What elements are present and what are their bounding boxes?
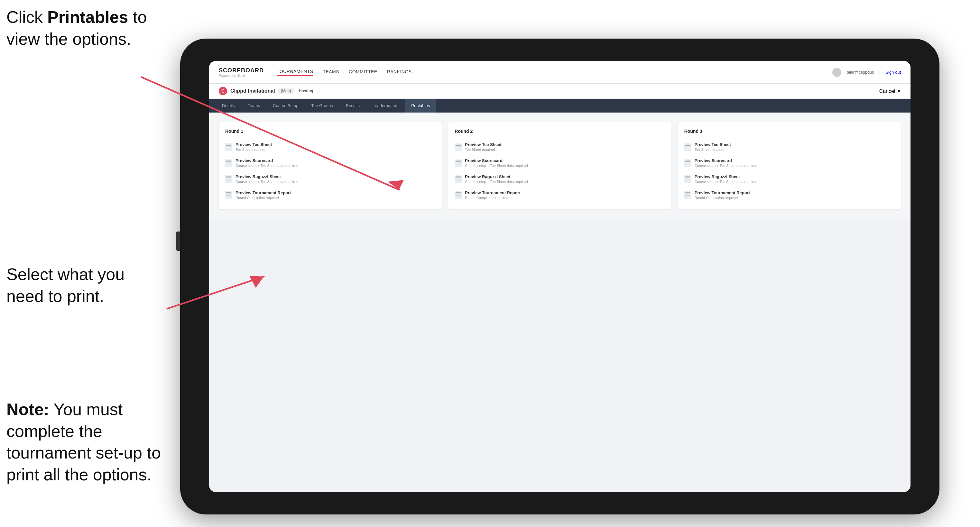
r1-raguzzi-title: Preview Raguzzi Sheet: [235, 174, 298, 179]
r2-tee-sheet-icon: [455, 143, 462, 151]
r3-tee-sheet[interactable]: Preview Tee Sheet Tee Sheet required: [684, 139, 894, 155]
round-2-title: Round 2: [455, 129, 665, 134]
r3-scorecard-sub: Course setup + Tee Sheet data required: [695, 163, 757, 168]
r3-scorecard-title: Preview Scorecard: [695, 158, 757, 163]
tablet-side-button: [176, 232, 180, 251]
r2-raguzzi-sub: Course setup + Tee Sheet data required: [465, 180, 528, 184]
r3-tournament-report-icon: [684, 191, 691, 199]
user-avatar: [832, 68, 842, 77]
r1-raguzzi[interactable]: Preview Raguzzi Sheet Course setup + Tee…: [225, 171, 435, 187]
r2-tournament-report-title: Preview Tournament Report: [465, 190, 520, 195]
cancel-button[interactable]: Cancel ✕: [879, 88, 901, 94]
tournament-name: C Clippd Invitational (Men) Hosting: [219, 87, 313, 95]
tablet-screen: SCOREBOARD Powered by clippd TOURNAMENTS…: [209, 61, 910, 492]
r3-scorecard[interactable]: Preview Scorecard Course setup + Tee She…: [684, 155, 894, 171]
content-area: Round 1 Preview Tee Sheet Tee Sheet requ…: [209, 113, 910, 219]
raguzzi-icon: [225, 175, 232, 183]
r1-scorecard-sub: Course setup + Tee Sheet data required: [235, 163, 298, 168]
tab-course-setup[interactable]: Course Setup: [266, 99, 305, 113]
r1-tee-sheet-text: Preview Tee Sheet Tee Sheet required: [235, 142, 272, 151]
tournament-logo: C: [219, 87, 227, 95]
r3-tee-sheet-sub: Tee Sheet required: [695, 148, 731, 151]
sub-tabs: Details Teams Course Setup Tee Groups Re…: [209, 99, 910, 113]
tournament-bar: C Clippd Invitational (Men) Hosting Canc…: [209, 84, 910, 99]
r3-raguzzi-text: Preview Raguzzi Sheet Course setup + Tee…: [695, 174, 757, 184]
round-3-column: Round 3 Preview Tee Sheet Tee Sheet requ…: [678, 122, 901, 210]
separator: |: [879, 70, 880, 75]
r2-tee-sheet[interactable]: Preview Tee Sheet Tee Sheet required: [455, 139, 665, 155]
nav-committee[interactable]: COMMITTEE: [349, 69, 377, 76]
nav-rankings[interactable]: RANKINGS: [387, 69, 412, 76]
tab-details[interactable]: Details: [216, 99, 241, 113]
annotation-bottom: Note: You must complete the tournament s…: [6, 399, 167, 486]
r1-raguzzi-sub: Course setup + Tee Sheet data required: [235, 180, 298, 184]
annotation-top: Click Printables toview the options.: [6, 6, 147, 50]
r2-tee-sheet-title: Preview Tee Sheet: [465, 142, 501, 147]
tournament-title: Clippd Invitational: [231, 88, 275, 94]
r1-scorecard-title: Preview Scorecard: [235, 158, 298, 163]
rounds-container: Round 1 Preview Tee Sheet Tee Sheet requ…: [219, 122, 901, 210]
annotation-note-bold: Note:: [6, 400, 49, 419]
tab-printables[interactable]: Printables: [405, 99, 436, 113]
r2-scorecard-sub: Course setup + Tee Sheet data required: [465, 163, 528, 168]
r3-tournament-report-title: Preview Tournament Report: [695, 190, 750, 195]
r2-scorecard-icon: [455, 159, 462, 167]
r1-scorecard[interactable]: Preview Scorecard Course setup + Tee She…: [225, 155, 435, 171]
r1-tee-sheet[interactable]: Preview Tee Sheet Tee Sheet required: [225, 139, 435, 155]
tournament-gender: (Men): [278, 88, 294, 94]
r2-tournament-report[interactable]: Preview Tournament Report Round Completi…: [455, 187, 665, 203]
r3-tournament-report-sub: Round Completion required: [695, 196, 750, 200]
header-right: blair@clippd.io | Sign out: [832, 68, 901, 77]
scorecard-icon: [225, 159, 232, 167]
r2-raguzzi-title: Preview Raguzzi Sheet: [465, 174, 528, 179]
r1-scorecard-text: Preview Scorecard Course setup + Tee She…: [235, 158, 298, 168]
r3-tee-sheet-title: Preview Tee Sheet: [695, 142, 731, 147]
r1-tee-sheet-title: Preview Tee Sheet: [235, 142, 272, 147]
hosting-badge: Hosting: [299, 89, 313, 93]
r2-raguzzi[interactable]: Preview Raguzzi Sheet Course setup + Tee…: [455, 171, 665, 187]
r1-tee-sheet-sub: Tee Sheet required: [235, 148, 272, 151]
r2-scorecard-title: Preview Scorecard: [465, 158, 528, 163]
r3-raguzzi-icon: [684, 175, 691, 183]
r3-raguzzi[interactable]: Preview Raguzzi Sheet Course setup + Tee…: [684, 171, 894, 187]
r1-tournament-report-sub: Round Completion required: [235, 196, 291, 200]
r3-tee-sheet-text: Preview Tee Sheet Tee Sheet required: [695, 142, 731, 151]
tab-teams[interactable]: Teams: [241, 99, 266, 113]
nav-tournaments[interactable]: TOURNAMENTS: [277, 69, 313, 76]
round-1-column: Round 1 Preview Tee Sheet Tee Sheet requ…: [219, 122, 442, 210]
r1-raguzzi-text: Preview Raguzzi Sheet Course setup + Tee…: [235, 174, 298, 184]
round-3-title: Round 3: [684, 129, 894, 134]
tee-sheet-icon: [225, 143, 232, 151]
user-email: blair@clippd.io: [846, 70, 874, 75]
r2-scorecard[interactable]: Preview Scorecard Course setup + Tee She…: [455, 155, 665, 171]
tab-results[interactable]: Results: [339, 99, 366, 113]
r3-tournament-report-text: Preview Tournament Report Round Completi…: [695, 190, 750, 200]
r1-tournament-report-text: Preview Tournament Report Round Completi…: [235, 190, 291, 200]
r1-tournament-report-title: Preview Tournament Report: [235, 190, 291, 195]
main-nav: TOURNAMENTS TEAMS COMMITTEE RANKINGS: [277, 69, 819, 76]
annotation-bold-printables: Printables: [47, 8, 128, 26]
r3-scorecard-icon: [684, 159, 691, 167]
r3-raguzzi-sub: Course setup + Tee Sheet data required: [695, 180, 757, 184]
round-2-column: Round 2 Preview Tee Sheet Tee Sheet requ…: [448, 122, 671, 210]
logo-sub: Powered by clippd: [219, 74, 264, 78]
scoreboard-logo: SCOREBOARD Powered by clippd: [219, 67, 264, 78]
r2-raguzzi-icon: [455, 175, 462, 183]
tab-tee-groups[interactable]: Tee Groups: [305, 99, 339, 113]
r3-tournament-report[interactable]: Preview Tournament Report Round Completi…: [684, 187, 894, 203]
r1-tournament-report[interactable]: Preview Tournament Report Round Completi…: [225, 187, 435, 203]
r2-tournament-report-icon: [455, 191, 462, 199]
nav-teams[interactable]: TEAMS: [323, 69, 339, 76]
r3-scorecard-text: Preview Scorecard Course setup + Tee She…: [695, 158, 757, 168]
annotation-middle: Select what you need to print.: [6, 264, 154, 307]
sign-out-link[interactable]: Sign out: [885, 70, 901, 75]
r2-tee-sheet-text: Preview Tee Sheet Tee Sheet required: [465, 142, 501, 151]
r2-tee-sheet-sub: Tee Sheet required: [465, 148, 501, 151]
r2-scorecard-text: Preview Scorecard Course setup + Tee She…: [465, 158, 528, 168]
r2-tournament-report-text: Preview Tournament Report Round Completi…: [465, 190, 520, 200]
app-header: SCOREBOARD Powered by clippd TOURNAMENTS…: [209, 61, 910, 84]
r3-raguzzi-title: Preview Raguzzi Sheet: [695, 174, 757, 179]
tab-leaderboards[interactable]: Leaderboards: [366, 99, 405, 113]
r3-tee-sheet-icon: [684, 143, 691, 151]
round-1-title: Round 1: [225, 129, 435, 134]
